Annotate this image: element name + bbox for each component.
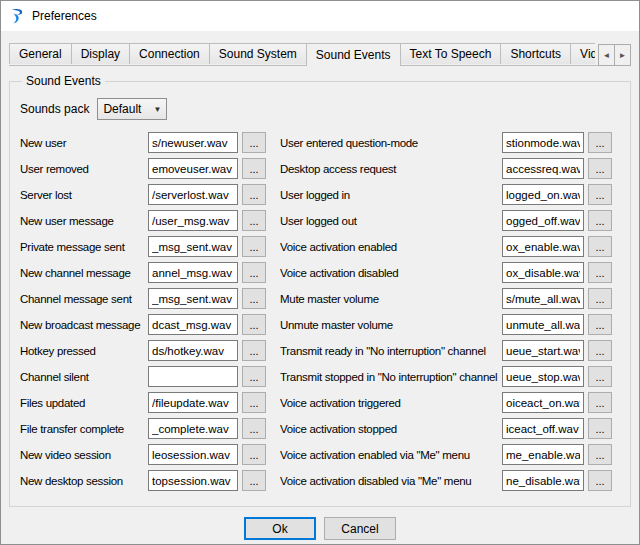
browse-button[interactable]: ...	[588, 210, 612, 231]
sound-file-input[interactable]	[502, 470, 584, 491]
tab-connection[interactable]: Connection	[129, 43, 210, 64]
sound-file-input[interactable]	[148, 236, 238, 257]
browse-button[interactable]: ...	[588, 132, 612, 153]
tab-scroll-left-button[interactable]: ◄	[598, 44, 615, 66]
tab-text-to-speech[interactable]: Text To Speech	[400, 43, 502, 64]
tab-display[interactable]: Display	[71, 43, 130, 64]
sound-event-row: Voice activation enabled via "Me" menu .…	[280, 444, 612, 465]
sound-event-label: User logged out	[280, 215, 502, 227]
sound-event-row: Server lost ...	[20, 184, 266, 205]
sound-file-input[interactable]	[148, 418, 238, 439]
sound-file-input[interactable]	[148, 340, 238, 361]
event-column-left: New user ... User removed ... Server los…	[20, 132, 266, 496]
browse-button[interactable]: ...	[242, 184, 266, 205]
sound-event-row: User logged in ...	[280, 184, 612, 205]
sound-file-input[interactable]	[502, 184, 584, 205]
sound-event-row: Transmit ready in "No interruption" chan…	[280, 340, 612, 361]
sound-file-input[interactable]	[502, 132, 584, 153]
browse-button[interactable]: ...	[588, 262, 612, 283]
sound-file-input[interactable]	[502, 314, 584, 335]
browse-button[interactable]: ...	[588, 158, 612, 179]
cancel-button[interactable]: Cancel	[324, 517, 396, 540]
sound-file-input[interactable]	[502, 444, 584, 465]
sound-file-input[interactable]	[502, 418, 584, 439]
sound-file-input[interactable]	[148, 184, 238, 205]
tab-sound-system[interactable]: Sound System	[209, 43, 307, 64]
browse-button[interactable]: ...	[242, 236, 266, 257]
sound-file-input[interactable]	[502, 340, 584, 361]
sound-event-label: Hotkey pressed	[20, 345, 148, 357]
browse-button[interactable]: ...	[588, 236, 612, 257]
browse-button[interactable]: ...	[588, 288, 612, 309]
browse-button[interactable]: ...	[588, 444, 612, 465]
tab-scroll-controls: ◄ ►	[598, 44, 631, 66]
sound-event-row: New channel message ...	[20, 262, 266, 283]
sound-event-label: Transmit ready in "No interruption" chan…	[280, 345, 502, 357]
browse-button[interactable]: ...	[242, 288, 266, 309]
sound-file-input[interactable]	[148, 262, 238, 283]
browse-button[interactable]: ...	[588, 392, 612, 413]
tab-sound-events[interactable]: Sound Events	[306, 43, 401, 66]
sound-event-row: Voice activation triggered ...	[280, 392, 612, 413]
sound-event-row: Voice activation disabled ...	[280, 262, 612, 283]
ok-button[interactable]: Ok	[244, 517, 316, 540]
sound-file-input[interactable]	[148, 288, 238, 309]
sound-file-input[interactable]	[148, 366, 238, 387]
sound-event-row: Mute master volume ...	[280, 288, 612, 309]
arrow-left-icon: ◄	[603, 51, 611, 60]
browse-button[interactable]: ...	[242, 314, 266, 335]
browse-button[interactable]: ...	[588, 470, 612, 491]
browse-button[interactable]: ...	[242, 366, 266, 387]
sound-file-input[interactable]	[502, 236, 584, 257]
sound-file-input[interactable]	[502, 262, 584, 283]
browse-button[interactable]: ...	[242, 444, 266, 465]
sound-event-label: Voice activation stopped	[280, 423, 502, 435]
browse-button[interactable]: ...	[242, 392, 266, 413]
sound-file-input[interactable]	[148, 210, 238, 231]
window-title: Preferences	[32, 9, 97, 23]
browse-button[interactable]: ...	[242, 262, 266, 283]
tab-scroll-right-button[interactable]: ►	[614, 44, 631, 66]
browse-button[interactable]: ...	[242, 418, 266, 439]
browse-button[interactable]: ...	[588, 340, 612, 361]
sound-event-row: Transmit stopped in "No interruption" ch…	[280, 366, 612, 387]
sound-event-label: New user	[20, 137, 148, 149]
sound-file-input[interactable]	[148, 158, 238, 179]
sound-file-input[interactable]	[148, 392, 238, 413]
sound-event-label: User entered question-mode	[280, 137, 502, 149]
sound-file-input[interactable]	[502, 210, 584, 231]
browse-button[interactable]: ...	[588, 366, 612, 387]
tab-shortcuts[interactable]: Shortcuts	[500, 43, 571, 64]
sound-file-input[interactable]	[148, 444, 238, 465]
sound-event-label: Voice activation disabled via "Me" menu	[280, 475, 502, 487]
sound-file-input[interactable]	[148, 470, 238, 491]
browse-button[interactable]: ...	[242, 470, 266, 491]
app-icon	[9, 8, 25, 24]
sound-file-input[interactable]	[502, 392, 584, 413]
browse-button[interactable]: ...	[588, 314, 612, 335]
sound-file-input[interactable]	[502, 366, 584, 387]
sound-event-row: Desktop access request ...	[280, 158, 612, 179]
sound-file-input[interactable]	[148, 314, 238, 335]
sound-file-input[interactable]	[502, 288, 584, 309]
browse-button[interactable]: ...	[242, 340, 266, 361]
sound-event-label: New desktop session	[20, 475, 148, 487]
sound-file-input[interactable]	[502, 158, 584, 179]
sound-event-label: Voice activation enabled	[280, 241, 502, 253]
sound-event-label: New video session	[20, 449, 148, 461]
browse-button[interactable]: ...	[242, 132, 266, 153]
sounds-pack-value: Default	[103, 102, 141, 116]
browse-button[interactable]: ...	[242, 158, 266, 179]
sound-event-row: Voice activation disabled via "Me" menu …	[280, 470, 612, 491]
sounds-pack-select[interactable]: Default ▼	[97, 98, 167, 120]
sound-event-label: Files updated	[20, 397, 148, 409]
tab-general[interactable]: General	[9, 43, 72, 64]
sound-file-input[interactable]	[148, 132, 238, 153]
sound-event-label: Unmute master volume	[280, 319, 502, 331]
browse-button[interactable]: ...	[588, 418, 612, 439]
browse-button[interactable]: ...	[242, 210, 266, 231]
tab-video[interactable]: Video	[570, 43, 595, 64]
sound-event-row: Voice activation enabled ...	[280, 236, 612, 257]
browse-button[interactable]: ...	[588, 184, 612, 205]
sound-event-label: Channel silent	[20, 371, 148, 383]
